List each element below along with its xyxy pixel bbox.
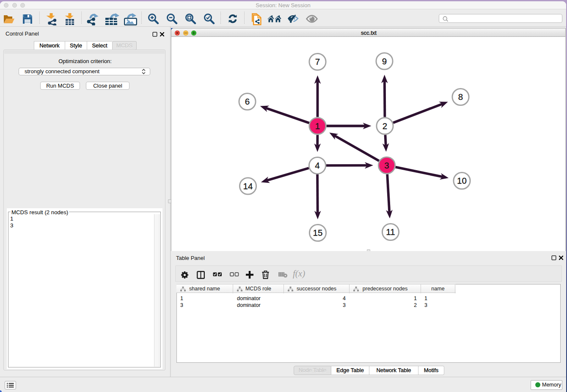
svg-text:10: 10 — [457, 176, 467, 185]
svg-text:9: 9 — [382, 56, 387, 66]
svg-text:6: 6 — [245, 97, 250, 106]
svg-text:4: 4 — [315, 160, 319, 170]
svg-text:7: 7 — [315, 57, 320, 66]
svg-text:8: 8 — [458, 92, 463, 102]
svg-text:14: 14 — [243, 181, 253, 191]
svg-text:15: 15 — [313, 228, 323, 237]
svg-text:11: 11 — [386, 227, 395, 237]
svg-text:3: 3 — [384, 160, 389, 170]
svg-text:1: 1 — [315, 121, 320, 131]
svg-text:2: 2 — [383, 121, 387, 131]
